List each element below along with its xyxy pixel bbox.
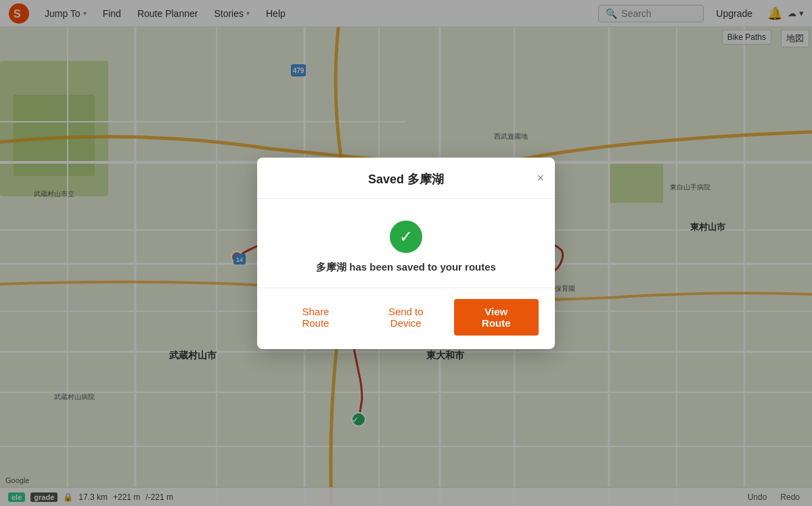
modal-message: 多摩湖 has been saved to your routes: [316, 261, 496, 274]
modal-title: Saved 多摩湖: [368, 171, 444, 187]
send-to-device-button[interactable]: Send to Device: [358, 299, 454, 336]
saved-route-modal: Saved 多摩湖 × ✓ 多摩湖 has been saved to your…: [257, 158, 555, 349]
success-icon: ✓: [390, 221, 422, 253]
modal-header: Saved 多摩湖 ×: [257, 158, 555, 199]
modal-body: ✓ 多摩湖 has been saved to your routes: [257, 199, 555, 288]
view-route-button[interactable]: View Route: [454, 299, 539, 336]
modal-close-button[interactable]: ×: [537, 172, 544, 184]
modal-overlay: Saved 多摩湖 × ✓ 多摩湖 has been saved to your…: [0, 0, 812, 506]
share-route-button[interactable]: Share Route: [273, 299, 358, 336]
modal-footer: Share Route Send to Device View Route: [257, 288, 555, 349]
